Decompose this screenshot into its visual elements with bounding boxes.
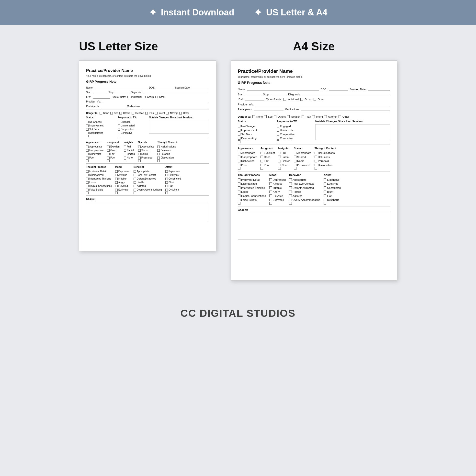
r-tp-loose: Loose xyxy=(238,190,266,194)
r-cb-other-danger xyxy=(339,115,341,118)
beh-blank xyxy=(134,191,162,194)
r-danger-label: Danger to: xyxy=(238,115,251,119)
r-beh-hostile: Hostile xyxy=(289,190,320,194)
r-goals-box xyxy=(238,213,390,240)
r-cb-intent xyxy=(312,115,315,118)
r-session-date-line xyxy=(368,88,390,91)
r-id-line xyxy=(245,98,264,101)
divider-3 xyxy=(86,163,209,164)
aff-constricted: Constricted xyxy=(165,177,181,181)
r-name-row: Name: DOB: Session Date: xyxy=(238,87,390,91)
r-ins-partial: Partial xyxy=(278,155,290,159)
dob-label: DOB: xyxy=(149,86,155,89)
r-beh-overly: Overly Accommodating xyxy=(289,198,320,202)
status-header: Status: xyxy=(86,116,116,119)
beh-hostile: Hostile xyxy=(134,181,162,184)
r-behavior-group: Behavior Appropriate Poor Eye Contact Di… xyxy=(289,173,320,205)
app-appropriate: Appropriate xyxy=(86,145,104,149)
r-status-deteriorating: Deteriorating xyxy=(238,136,275,140)
r-speech-header: Speech xyxy=(294,146,311,151)
r-divider-4 xyxy=(238,206,390,206)
r-ideation-label: Ideation xyxy=(291,115,300,119)
r-cb-ideation xyxy=(287,115,289,118)
r-aff-blank xyxy=(323,202,341,205)
r-diagnosis-label: Diagnosis: xyxy=(288,92,301,97)
mood-elevated: Elevated xyxy=(115,184,130,188)
r-response-group: Response to TX: Engaged Uninterested Coo… xyxy=(277,119,314,143)
mood-irritable: Irritable xyxy=(115,177,130,181)
r-dob-label: DOB: xyxy=(321,87,327,91)
r-cb-group xyxy=(300,98,303,101)
r-beh-appropriate: Appropriate xyxy=(289,178,320,182)
thought-content-header: Thought Content xyxy=(157,140,177,144)
judgment-group: Judgment Excellent Good Fair Poor xyxy=(107,140,120,162)
r-resp-cooperative: Cooperative xyxy=(277,132,314,136)
id-row: ID #: Type of Note: Individual Group Oth… xyxy=(86,95,209,99)
r-goals-label: Goal(s): xyxy=(238,208,248,212)
r-start-row: Start: Stop: Diagnosis: xyxy=(238,92,390,97)
r-participants-row: Participants: Medications: xyxy=(238,107,390,112)
danger-row: Danger to: None Self Others Ideation Pla… xyxy=(86,111,209,115)
r-app-inappropriate: Inappropriate xyxy=(238,155,257,159)
name-row: Name: DOB: Session Date: xyxy=(86,86,209,89)
individual-label: Individual xyxy=(131,95,142,99)
status-set-back: Set Back xyxy=(86,127,116,131)
r-group-label: Group xyxy=(305,97,312,102)
r-tp-illogical: Illogical Connections xyxy=(238,194,266,198)
r-mood-blank xyxy=(269,202,286,205)
r-id-row: ID #: Type of Note: Individual Group Oth… xyxy=(238,97,390,102)
r-provider-label: Provider Info: xyxy=(238,102,254,107)
response-group: Response to TX: Engaged Uninterested Coo… xyxy=(118,116,148,137)
appearance-group: Appearance Appropriate Inappropriate Dis… xyxy=(86,140,104,162)
r-intent-label: Intent xyxy=(316,115,323,119)
status-improvement: Improvement xyxy=(86,124,116,127)
provider-line xyxy=(102,100,209,103)
ins-blank xyxy=(124,159,135,162)
affect-group: Affect Expansive Euthymic Constricted Bl… xyxy=(165,165,181,194)
r-cb-none xyxy=(253,115,255,118)
tp-interrupted: Interrupted Thinking xyxy=(86,177,112,181)
plan-label: Plan xyxy=(149,111,154,115)
cb-intent xyxy=(155,112,157,115)
insights-header: Insights xyxy=(124,140,135,144)
r-ins-none: None xyxy=(278,163,290,167)
ideation-label: Ideation xyxy=(135,111,144,115)
r-insights-group: Insights Full Partial Limited None xyxy=(278,146,290,170)
r-aff-blunt: Blunt xyxy=(323,190,341,194)
r-assessment-section-1: Appearance Appropriate Inappropriate Dis… xyxy=(238,146,390,170)
r-danger-row: Danger to: None Self Others Ideation Pla… xyxy=(238,115,390,119)
danger-label: Danger to: xyxy=(86,111,98,115)
tp-false: False Beliefs xyxy=(86,188,112,191)
r-none-label: None xyxy=(256,115,263,119)
beh-distant: Distant/Distracted xyxy=(134,177,162,181)
provider-row: Provider Info: xyxy=(86,100,209,103)
r-thought-content-header: Thought Content xyxy=(315,146,336,151)
beh-appropriate: Appropriate xyxy=(134,170,162,173)
cb-none xyxy=(100,112,102,115)
r-beh-agitated: Agitated xyxy=(289,194,320,198)
notable-group: Notable Changes Since Last Session: xyxy=(149,116,209,137)
header-download-label: Instant Download xyxy=(161,7,234,17)
stop-label: Stop: xyxy=(108,90,114,94)
r-status-improvement: Improvement xyxy=(238,128,275,132)
right-section: A4 Size Practice/Provider Name Your name… xyxy=(231,40,397,281)
insights-group: Insights Full Partial Limited None xyxy=(124,140,135,162)
r-beh-distant: Distant/Distracted xyxy=(289,186,320,190)
r-insights-header: Insights xyxy=(278,146,290,151)
r-behavior-header: Behavior xyxy=(289,173,320,177)
aff-blank xyxy=(165,191,181,194)
tc-hallucinations: Hallucinations xyxy=(157,145,177,149)
r-jud-excellent: Excellent xyxy=(260,151,275,155)
r-status-section: Status: No Change Improvement Set Back D… xyxy=(238,119,390,143)
r-jud-blank xyxy=(260,167,275,170)
r-judgment-group: Judgment Excellent Good Fair Poor xyxy=(260,146,275,170)
r-divider-3 xyxy=(238,171,390,171)
tp-blank xyxy=(86,191,112,194)
r-app-disheveled: Disheveled xyxy=(238,159,257,163)
mood-angry: Angry xyxy=(115,181,130,184)
footer-brand: CC DIGITAL STUDIOS xyxy=(181,307,296,319)
ins-full: Full xyxy=(124,145,135,149)
r-app-appropriate: Appropriate xyxy=(238,151,257,155)
cb-group xyxy=(143,96,146,98)
doc-form-title-left: GIRP Progress Note xyxy=(86,79,209,84)
